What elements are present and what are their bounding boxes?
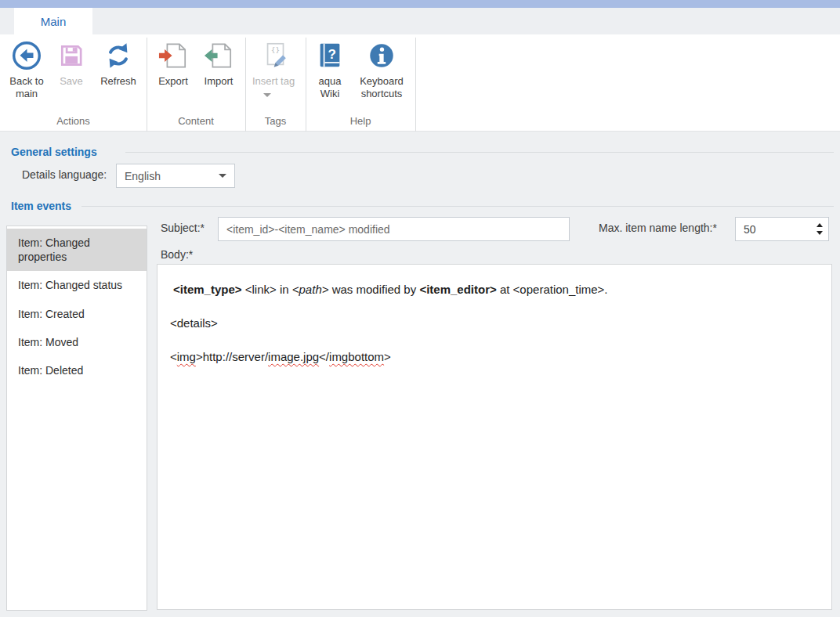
spin-up-icon[interactable]	[816, 223, 823, 227]
save-floppy-icon	[57, 39, 85, 72]
svg-text:{}: {}	[271, 45, 280, 54]
subject-label: Subject:*	[161, 222, 205, 234]
max-item-name-length-input[interactable]	[736, 218, 811, 240]
back-to-main-button[interactable]: Back to main	[5, 39, 49, 101]
max-item-name-length-label: Max. item name length:*	[599, 222, 717, 234]
list-item-changed-properties[interactable]: Item: Changed properties	[7, 229, 147, 271]
ribbon-tab-bar: Main	[0, 8, 840, 34]
section-divider	[81, 206, 834, 207]
aqua-wiki-button[interactable]: ? aqua Wiki	[312, 39, 348, 101]
spin-down-icon[interactable]	[816, 231, 823, 235]
aqua-wiki-label: aqua Wiki	[312, 75, 348, 101]
list-item-moved[interactable]: Item: Moved	[7, 328, 147, 356]
insert-tag-icon: {}	[261, 39, 291, 72]
app-window: Main Back to main Save	[0, 0, 840, 617]
import-button[interactable]: Import	[199, 39, 238, 88]
svg-text:?: ?	[328, 47, 336, 62]
group-label-tags: Tags	[245, 115, 306, 127]
wiki-book-icon: ?	[315, 39, 345, 72]
back-arrow-icon	[11, 39, 42, 72]
details-language-label: Details language:	[22, 168, 107, 181]
import-label: Import	[205, 75, 234, 88]
list-item-deleted[interactable]: Item: Deleted	[7, 356, 147, 384]
import-document-icon	[201, 39, 236, 72]
body-line-3: <img>http://server/image.jpg</imgbottom>	[170, 349, 819, 365]
body-line-1: <item_type> <link> in <path> was modifie…	[170, 282, 819, 298]
export-document-icon	[156, 39, 190, 72]
body-line-2: <details>	[170, 316, 819, 331]
details-language-value: English	[125, 170, 219, 182]
group-label-content: Content	[147, 115, 245, 127]
group-label-help: Help	[306, 115, 415, 127]
back-to-main-label: Back to main	[5, 75, 49, 101]
group-label-actions: Actions	[0, 115, 147, 127]
ribbon: Back to main Save	[0, 34, 840, 132]
keyboard-shortcuts-label: Keyboard shortcuts	[351, 75, 412, 101]
item-events-list: Item: Changed properties Item: Changed s…	[6, 226, 147, 611]
body-label: Body:*	[161, 248, 193, 261]
list-item-changed-status[interactable]: Item: Changed status	[7, 271, 147, 299]
insert-tag-label: Insert tag	[252, 75, 301, 101]
insert-tag-button[interactable]: {} Insert tag	[251, 39, 301, 101]
window-top-strip	[0, 0, 840, 8]
refresh-label: Refresh	[100, 75, 136, 88]
refresh-icon	[103, 39, 133, 72]
details-language-dropdown[interactable]: English	[116, 164, 235, 188]
settings-content: General settings Details language: Engli…	[0, 132, 840, 617]
info-circle-icon	[367, 39, 396, 72]
tab-main[interactable]: Main	[14, 8, 92, 34]
save-button[interactable]: Save	[53, 39, 89, 88]
refresh-button[interactable]: Refresh	[96, 39, 141, 88]
export-button[interactable]: Export	[154, 39, 193, 88]
save-label: Save	[60, 75, 83, 88]
keyboard-shortcuts-button[interactable]: Keyboard shortcuts	[351, 39, 412, 101]
max-item-name-length-stepper	[735, 217, 829, 241]
subject-input[interactable]	[218, 217, 570, 241]
export-label: Export	[158, 75, 188, 88]
insert-tag-dropdown-caret-icon[interactable]	[263, 93, 271, 97]
section-divider	[125, 152, 834, 153]
list-item-created[interactable]: Item: Created	[7, 300, 147, 328]
chevron-down-icon	[219, 174, 226, 178]
general-settings-heading: General settings	[11, 146, 97, 158]
spinner-controls	[811, 218, 828, 240]
body-rich-text-editor[interactable]: <item_type> <link> in <path> was modifie…	[157, 264, 832, 610]
item-events-heading: Item events	[11, 200, 71, 212]
